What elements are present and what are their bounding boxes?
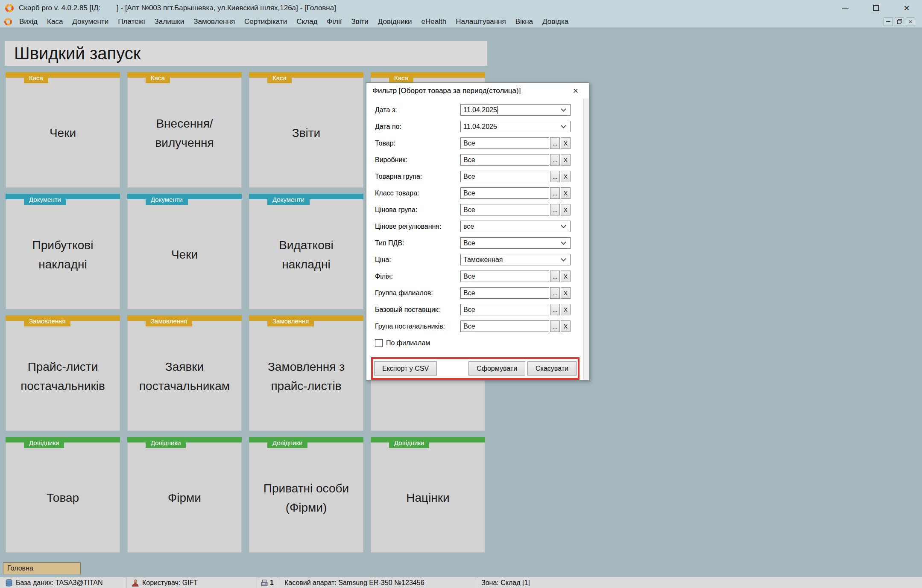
window-title: Скарб pro v. 4.0.2.85 [ІД: ] - [Апт №003… [19,4,336,12]
by-branches-checkbox[interactable] [375,339,383,347]
field-label: Ціна: [375,256,391,264]
chevron-down-icon[interactable] [561,239,566,245]
combo-value: все [461,223,474,230]
quick-launch-tile[interactable]: Довідники Приватні особи (Фірми) [249,437,363,553]
minimize-button[interactable] [830,0,861,16]
mdi-restore-button[interactable] [895,17,904,26]
browse-button[interactable]: ... [550,304,560,315]
by-branches-label: По филиалам [386,339,430,347]
menu-item[interactable]: Склад [292,17,322,26]
lookup-input[interactable]: Все [460,204,549,215]
close-button[interactable]: × [891,0,922,16]
menu-item[interactable]: Вихід [15,17,42,26]
status-database-text: База даних: TASA3@TITAN [16,579,103,587]
export-csv-button[interactable]: Експорт у CSV [374,361,437,376]
menu-item[interactable]: Філії [322,17,346,26]
chevron-down-icon[interactable] [561,106,566,112]
lookup-input[interactable]: Все [460,320,549,332]
menu-item[interactable]: Документи [67,17,113,26]
browse-button[interactable]: ... [550,320,560,332]
menu-item[interactable]: Залишки [150,17,189,26]
combo-field[interactable]: Таможенная [460,254,571,265]
browse-button[interactable]: ... [550,287,560,299]
lookup-field: Все ... X [460,187,571,199]
clear-button[interactable]: X [561,204,571,215]
lookup-input[interactable]: Все [460,137,549,149]
browse-button[interactable]: ... [550,137,560,149]
menu-item[interactable]: eHealth [417,17,451,26]
clear-button[interactable]: X [561,271,571,282]
chevron-down-icon[interactable] [561,123,566,128]
dialog-buttons-highlight-box: Експорт у CSV Сформувати Скасувати [371,357,580,380]
combo-field[interactable]: 11.04.2025 [460,121,571,132]
clear-button[interactable]: X [561,154,571,166]
generate-button[interactable]: Сформувати [468,361,525,376]
menu-item[interactable]: Каса [42,17,67,26]
lookup-input[interactable]: Все [460,304,549,315]
dialog-titlebar[interactable]: Фильтр [Оборот товара за период(столица)… [366,83,589,99]
quick-launch-tile[interactable]: Документи Чеки [127,194,242,309]
field-label: Виробник: [375,156,407,164]
tile-category-tag: Каса [24,72,48,83]
tab-label: Головна [7,565,33,572]
tile-category-tag: Довідники [24,437,64,448]
quick-launch-tile[interactable]: Довідники Націнки [371,437,485,553]
clear-button[interactable]: X [561,320,571,332]
dialog-field-row: Класс товара: Все Все ... X [366,185,589,201]
close-icon: × [904,2,910,14]
chevron-down-icon[interactable] [561,223,566,228]
lookup-input[interactable]: Все [460,271,549,282]
browse-button[interactable]: ... [550,204,560,215]
quick-launch-tile[interactable]: Каса Чеки [6,72,120,188]
combo-value: 11.04.2025 [461,123,497,131]
menu-item[interactable]: Довідники [373,17,417,26]
menu-item[interactable]: Сертифікати [240,17,292,26]
quick-launch-tile[interactable]: Довідники Товар [6,437,120,553]
lookup-input[interactable]: Все [460,287,549,299]
mdi-close-button[interactable]: × [906,17,915,26]
clear-button[interactable]: X [561,304,571,315]
menu-item[interactable]: Вікна [511,17,538,26]
browse-button[interactable]: ... [550,271,560,282]
mdi-minimize-button[interactable] [884,17,893,26]
quick-launch-tile[interactable]: Каса Звіти [249,72,363,188]
lookup-field: Все ... X [460,304,571,315]
menu-item[interactable]: Платежі [113,17,149,26]
lookup-input[interactable]: Все [460,187,549,199]
quick-launch-tile[interactable]: Довідники Фірми [127,437,242,553]
dialog-scrollbar[interactable] [583,99,589,380]
mdi-child-system-icon[interactable] [4,18,12,26]
browse-button[interactable]: ... [550,187,560,199]
lookup-input[interactable]: Все [460,154,549,166]
menu-item[interactable]: Замовлення [189,17,240,26]
quick-launch-tile[interactable]: Каса Внесення/вилучення [127,72,242,188]
restore-icon [873,5,879,11]
restore-button[interactable] [861,0,891,16]
by-branches-row: По филиалам [366,335,589,352]
lookup-field: Все ... X [460,154,571,166]
chevron-down-icon[interactable] [561,256,566,262]
tab-holovna[interactable]: Головна [3,562,81,574]
menu-bar: ВихідКасаДокументиПлатежіЗалишкиЗамовлен… [0,16,922,28]
browse-button[interactable]: ... [550,171,560,182]
lookup-input[interactable]: Все [460,171,549,182]
combo-field[interactable]: Все [460,237,571,249]
clear-button[interactable]: X [561,171,571,182]
quick-launch-tile[interactable]: Замовлення Замовлення з прайс-листів [249,315,363,431]
dialog-close-button[interactable]: × [570,85,581,96]
quick-launch-tile[interactable]: Документи Прибуткові накладні [6,194,120,309]
menu-item[interactable]: Налаштування [451,17,511,26]
quick-launch-tile[interactable]: Замовлення Прайс-листи постачальників [6,315,120,431]
clear-button[interactable]: X [561,287,571,299]
quick-launch-tile[interactable]: Документи Видаткові накладні [249,194,363,309]
combo-field[interactable]: 11.04.2025 [460,104,571,116]
browse-button[interactable]: ... [550,154,560,166]
menu-item[interactable]: Звіти [346,17,373,26]
clear-button[interactable]: X [561,137,571,149]
quick-launch-tile[interactable]: Замовлення Заявки постачальникам [127,315,242,431]
lookup-value: Все [461,156,475,164]
menu-item[interactable]: Довідка [538,17,573,26]
combo-field[interactable]: все [460,221,571,232]
cancel-button[interactable]: Скасувати [527,361,577,376]
clear-button[interactable]: X [561,187,571,199]
